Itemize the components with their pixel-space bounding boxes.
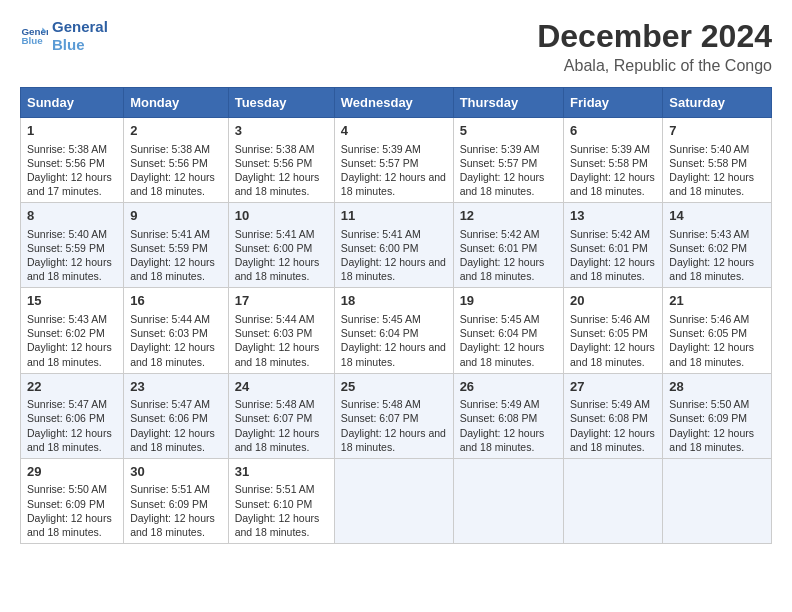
- sunset-text: Sunset: 5:58 PM: [669, 157, 747, 169]
- sunset-text: Sunset: 6:08 PM: [460, 412, 538, 424]
- daylight-text: Daylight: 12 hours and 18 minutes.: [341, 171, 446, 197]
- day-cell: 21Sunrise: 5:46 AMSunset: 6:05 PMDayligh…: [663, 288, 772, 373]
- daylight-text: Daylight: 12 hours and 18 minutes.: [341, 427, 446, 453]
- daylight-text: Daylight: 12 hours and 18 minutes.: [460, 427, 545, 453]
- sunset-text: Sunset: 6:05 PM: [669, 327, 747, 339]
- sunset-text: Sunset: 6:01 PM: [570, 242, 648, 254]
- day-number: 25: [341, 378, 447, 396]
- daylight-text: Daylight: 12 hours and 18 minutes.: [130, 427, 215, 453]
- sunrise-text: Sunrise: 5:50 AM: [27, 483, 107, 495]
- day-number: 24: [235, 378, 328, 396]
- sunset-text: Sunset: 5:58 PM: [570, 157, 648, 169]
- day-cell: 4Sunrise: 5:39 AMSunset: 5:57 PMDaylight…: [334, 118, 453, 203]
- sunset-text: Sunset: 5:57 PM: [341, 157, 419, 169]
- logo-text-blue: Blue: [52, 36, 108, 54]
- day-number: 23: [130, 378, 222, 396]
- day-number: 29: [27, 463, 117, 481]
- sunset-text: Sunset: 5:59 PM: [130, 242, 208, 254]
- day-cell: [564, 458, 663, 543]
- week-row-4: 22Sunrise: 5:47 AMSunset: 6:06 PMDayligh…: [21, 373, 772, 458]
- sunset-text: Sunset: 5:56 PM: [130, 157, 208, 169]
- sunrise-text: Sunrise: 5:40 AM: [27, 228, 107, 240]
- sunrise-text: Sunrise: 5:39 AM: [460, 143, 540, 155]
- day-number: 14: [669, 207, 765, 225]
- daylight-text: Daylight: 12 hours and 18 minutes.: [570, 171, 655, 197]
- sunset-text: Sunset: 6:06 PM: [27, 412, 105, 424]
- day-number: 22: [27, 378, 117, 396]
- sunset-text: Sunset: 6:09 PM: [27, 498, 105, 510]
- day-cell: 13Sunrise: 5:42 AMSunset: 6:01 PMDayligh…: [564, 203, 663, 288]
- sunset-text: Sunset: 6:03 PM: [130, 327, 208, 339]
- sunrise-text: Sunrise: 5:41 AM: [341, 228, 421, 240]
- sunrise-text: Sunrise: 5:40 AM: [669, 143, 749, 155]
- day-cell: 19Sunrise: 5:45 AMSunset: 6:04 PMDayligh…: [453, 288, 563, 373]
- sunset-text: Sunset: 6:03 PM: [235, 327, 313, 339]
- sunset-text: Sunset: 6:07 PM: [341, 412, 419, 424]
- day-cell: 18Sunrise: 5:45 AMSunset: 6:04 PMDayligh…: [334, 288, 453, 373]
- daylight-text: Daylight: 12 hours and 18 minutes.: [341, 256, 446, 282]
- day-cell: 9Sunrise: 5:41 AMSunset: 5:59 PMDaylight…: [124, 203, 229, 288]
- day-cell: 15Sunrise: 5:43 AMSunset: 6:02 PMDayligh…: [21, 288, 124, 373]
- day-cell: 11Sunrise: 5:41 AMSunset: 6:00 PMDayligh…: [334, 203, 453, 288]
- daylight-text: Daylight: 12 hours and 18 minutes.: [27, 427, 112, 453]
- day-number: 11: [341, 207, 447, 225]
- day-cell: 20Sunrise: 5:46 AMSunset: 6:05 PMDayligh…: [564, 288, 663, 373]
- week-row-1: 1Sunrise: 5:38 AMSunset: 5:56 PMDaylight…: [21, 118, 772, 203]
- svg-text:Blue: Blue: [21, 35, 43, 46]
- day-number: 1: [27, 122, 117, 140]
- sunset-text: Sunset: 6:02 PM: [669, 242, 747, 254]
- day-cell: 5Sunrise: 5:39 AMSunset: 5:57 PMDaylight…: [453, 118, 563, 203]
- sunrise-text: Sunrise: 5:43 AM: [669, 228, 749, 240]
- day-number: 2: [130, 122, 222, 140]
- sunrise-text: Sunrise: 5:47 AM: [130, 398, 210, 410]
- logo-text-general: General: [52, 18, 108, 36]
- day-cell: 12Sunrise: 5:42 AMSunset: 6:01 PMDayligh…: [453, 203, 563, 288]
- day-cell: 28Sunrise: 5:50 AMSunset: 6:09 PMDayligh…: [663, 373, 772, 458]
- day-cell: 26Sunrise: 5:49 AMSunset: 6:08 PMDayligh…: [453, 373, 563, 458]
- day-number: 16: [130, 292, 222, 310]
- day-cell: 27Sunrise: 5:49 AMSunset: 6:08 PMDayligh…: [564, 373, 663, 458]
- daylight-text: Daylight: 12 hours and 18 minutes.: [669, 171, 754, 197]
- sunrise-text: Sunrise: 5:50 AM: [669, 398, 749, 410]
- day-number: 26: [460, 378, 557, 396]
- col-header-sunday: Sunday: [21, 88, 124, 118]
- daylight-text: Daylight: 12 hours and 18 minutes.: [27, 341, 112, 367]
- sunrise-text: Sunrise: 5:47 AM: [27, 398, 107, 410]
- daylight-text: Daylight: 12 hours and 18 minutes.: [235, 171, 320, 197]
- sunrise-text: Sunrise: 5:39 AM: [341, 143, 421, 155]
- daylight-text: Daylight: 12 hours and 17 minutes.: [27, 171, 112, 197]
- daylight-text: Daylight: 12 hours and 18 minutes.: [27, 256, 112, 282]
- day-number: 30: [130, 463, 222, 481]
- title-block: December 2024 Abala, Republic of the Con…: [537, 18, 772, 75]
- sunset-text: Sunset: 6:07 PM: [235, 412, 313, 424]
- day-number: 4: [341, 122, 447, 140]
- sunrise-text: Sunrise: 5:45 AM: [341, 313, 421, 325]
- col-header-thursday: Thursday: [453, 88, 563, 118]
- daylight-text: Daylight: 12 hours and 18 minutes.: [570, 427, 655, 453]
- logo: General Blue General Blue: [20, 18, 108, 54]
- sunrise-text: Sunrise: 5:38 AM: [235, 143, 315, 155]
- sunset-text: Sunset: 6:09 PM: [669, 412, 747, 424]
- sunset-text: Sunset: 5:56 PM: [235, 157, 313, 169]
- sunrise-text: Sunrise: 5:46 AM: [570, 313, 650, 325]
- day-number: 27: [570, 378, 656, 396]
- day-cell: 25Sunrise: 5:48 AMSunset: 6:07 PMDayligh…: [334, 373, 453, 458]
- day-cell: 24Sunrise: 5:48 AMSunset: 6:07 PMDayligh…: [228, 373, 334, 458]
- day-cell: 1Sunrise: 5:38 AMSunset: 5:56 PMDaylight…: [21, 118, 124, 203]
- daylight-text: Daylight: 12 hours and 18 minutes.: [460, 171, 545, 197]
- day-cell: 30Sunrise: 5:51 AMSunset: 6:09 PMDayligh…: [124, 458, 229, 543]
- daylight-text: Daylight: 12 hours and 18 minutes.: [570, 341, 655, 367]
- day-number: 20: [570, 292, 656, 310]
- sunrise-text: Sunrise: 5:44 AM: [130, 313, 210, 325]
- day-number: 6: [570, 122, 656, 140]
- day-cell: 29Sunrise: 5:50 AMSunset: 6:09 PMDayligh…: [21, 458, 124, 543]
- day-number: 3: [235, 122, 328, 140]
- daylight-text: Daylight: 12 hours and 18 minutes.: [235, 512, 320, 538]
- col-header-saturday: Saturday: [663, 88, 772, 118]
- daylight-text: Daylight: 12 hours and 18 minutes.: [341, 341, 446, 367]
- main-title: December 2024: [537, 18, 772, 55]
- sunset-text: Sunset: 6:08 PM: [570, 412, 648, 424]
- week-row-3: 15Sunrise: 5:43 AMSunset: 6:02 PMDayligh…: [21, 288, 772, 373]
- day-number: 28: [669, 378, 765, 396]
- col-header-wednesday: Wednesday: [334, 88, 453, 118]
